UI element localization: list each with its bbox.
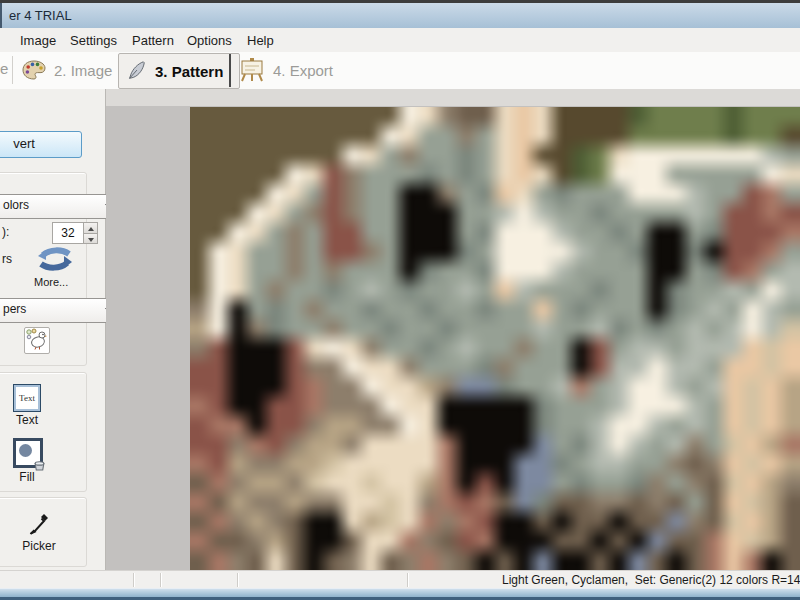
menu-item-options[interactable]: Options <box>183 32 236 49</box>
fill-circle-icon <box>19 444 32 457</box>
eyedropper-icon[interactable] <box>28 512 50 536</box>
menu-item-pattern[interactable]: Pattern <box>128 32 178 49</box>
more-colors-icon[interactable] <box>36 246 74 274</box>
colors-dropdown-value: olors <box>3 198 29 212</box>
bird-symbols-icon <box>25 328 47 350</box>
convert-button[interactable]: vert <box>0 131 82 158</box>
quill-icon <box>125 59 147 83</box>
num-colors-stepper[interactable] <box>83 222 98 244</box>
canvas-top-margin <box>106 89 800 106</box>
picker-label: Picker <box>15 539 63 553</box>
menu-item-settings[interactable]: Settings <box>66 32 121 49</box>
window-title: er 4 TRIAL <box>9 8 72 23</box>
num-colors-input[interactable]: 32 <box>52 222 84 244</box>
more-colors-label[interactable]: More... <box>34 276 68 288</box>
menubar: Image Settings Pattern Options Help <box>0 28 800 53</box>
tab-image[interactable]: 2. Image <box>16 53 118 87</box>
down-arrow-icon <box>88 238 94 242</box>
tab-image-label: 2. Image <box>54 62 112 79</box>
titlebar[interactable]: er 4 TRIAL <box>0 3 800 28</box>
text-tool-button[interactable]: Text <box>13 384 41 412</box>
up-arrow-icon <box>88 227 94 231</box>
fill-tool-label: Fill <box>7 470 47 484</box>
picker-groupbox: Picker <box>0 497 87 567</box>
menu-item-image[interactable]: Image <box>16 32 60 49</box>
stepper-up-button[interactable] <box>83 222 98 233</box>
tools-groupbox: Text Text Fill <box>0 372 87 492</box>
tab-separator <box>12 56 13 84</box>
colors-caption: rs <box>2 252 12 266</box>
tab-export-label: 4. Export <box>273 62 333 79</box>
fill-tool-button[interactable] <box>13 438 43 468</box>
statusbar: Light Green, Cyclamen, Set: Generic(2) 1… <box>0 570 800 589</box>
stepper-down-button[interactable] <box>83 233 98 244</box>
pattern-image[interactable] <box>190 107 800 570</box>
tab-separator-dark <box>229 54 231 87</box>
tab-pattern[interactable]: 3. Pattern <box>118 53 240 89</box>
statusbar-separator <box>160 573 161 587</box>
symbols-button[interactable] <box>24 327 50 354</box>
symbols-dropdown-value: pers <box>3 302 26 316</box>
statusbar-separator <box>133 573 134 587</box>
text-tool-label: Text <box>7 413 47 427</box>
statusbar-color-info: Light Green, Cyclamen, Set: Generic(2) 1… <box>502 573 800 587</box>
wizard-tab-bar: e 2. Image 3. Pattern <box>0 52 800 90</box>
sidebar: vert olors ): 32 rs More... pers <box>0 89 106 570</box>
statusbar-separator <box>407 573 408 587</box>
palette-icon <box>22 59 46 81</box>
easel-icon <box>239 58 265 82</box>
num-colors-label: ): <box>2 225 9 239</box>
tab-mode-partial[interactable]: e <box>0 60 8 77</box>
tab-pattern-label: 3. Pattern <box>155 63 223 80</box>
menu-item-help[interactable]: Help <box>243 32 278 49</box>
symbols-dropdown[interactable]: pers <box>0 298 122 323</box>
tab-export[interactable]: 4. Export <box>233 53 339 87</box>
app-window: er 4 TRIAL Image Settings Pattern Option… <box>0 0 800 600</box>
colors-dropdown[interactable]: olors <box>0 194 122 219</box>
window-bottom-border <box>0 588 800 600</box>
text-tool-icon: Text <box>19 393 35 403</box>
statusbar-separator <box>237 573 238 587</box>
canvas-area <box>106 89 800 570</box>
